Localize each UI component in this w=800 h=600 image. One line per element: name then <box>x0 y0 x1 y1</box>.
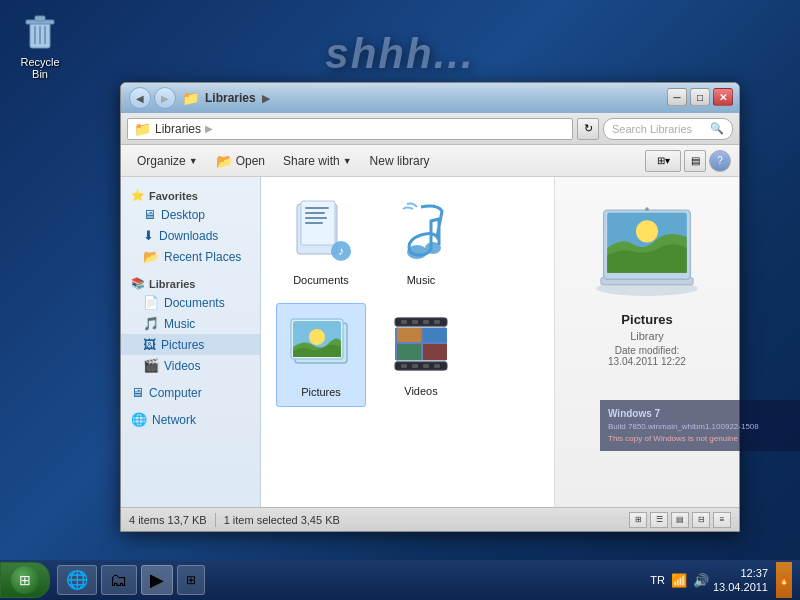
taskbar-vm[interactable]: ⊞ <box>177 565 205 595</box>
taskbar: ⊞ 🌐 🗂 ▶ ⊞ TR 📶 🔊 12:37 13.04.2011 🔥 <box>0 560 800 600</box>
volume-icon: 🔊 <box>693 573 709 588</box>
taskbar-ie[interactable]: 🌐 <box>57 565 97 595</box>
desktop-watermark: shhh... <box>325 30 474 78</box>
view-controls: ⊞▾ ▤ ? <box>645 150 731 172</box>
back-button[interactable]: ◀ <box>129 87 151 109</box>
search-icon: 🔍 <box>710 122 724 135</box>
svg-rect-31 <box>434 364 440 368</box>
preview-icon <box>587 197 707 297</box>
favorites-star-icon: ⭐ <box>131 189 145 202</box>
taskbar-right: TR 📶 🔊 12:37 13.04.2011 🔥 <box>650 562 800 598</box>
status-view-buttons: ⊞ ☰ ▤ ⊟ ≡ <box>629 512 731 528</box>
svg-rect-35 <box>397 344 421 360</box>
show-desktop-button[interactable]: 🔥 <box>776 562 792 598</box>
time-display: 12:37 <box>740 566 768 580</box>
refresh-button[interactable]: ↻ <box>577 118 599 140</box>
organize-button[interactable]: Organize ▼ <box>129 149 206 173</box>
new-library-button[interactable]: New library <box>362 149 438 173</box>
status-view-2[interactable]: ☰ <box>650 512 668 528</box>
preview-type: Library <box>630 330 664 342</box>
close-button[interactable]: ✕ <box>713 88 733 106</box>
svg-rect-10 <box>305 217 327 219</box>
preview-name: Pictures <box>621 312 672 327</box>
forward-button[interactable]: ▶ <box>154 87 176 109</box>
sidebar: ⭐ Favorites 🖥 Desktop ⬇ Downloads 📂 Rece… <box>121 177 261 507</box>
taskbar-media[interactable]: ▶ <box>141 565 173 595</box>
sidebar-item-pictures[interactable]: 🖼 Pictures <box>121 334 260 355</box>
genuine-warning: This copy of Windows is not genuine <box>608 433 792 445</box>
svg-point-42 <box>636 220 658 242</box>
folder-icon: 📁 <box>134 121 151 137</box>
status-view-3[interactable]: ▤ <box>671 512 689 528</box>
open-button[interactable]: 📂 Open <box>208 149 273 173</box>
svg-rect-34 <box>423 328 447 342</box>
clock[interactable]: 12:37 13.04.2011 <box>713 566 768 595</box>
svg-rect-2 <box>35 16 45 21</box>
libraries-icon: 📚 <box>131 277 145 290</box>
sidebar-item-computer[interactable]: 🖥 Computer <box>121 382 260 403</box>
date-display: 13.04.2011 <box>713 580 768 594</box>
favorites-header[interactable]: ⭐ Favorites <box>121 185 260 204</box>
pictures-small-icon: 🖼 <box>143 337 156 352</box>
status-view-1[interactable]: ⊞ <box>629 512 647 528</box>
taskbar-explorer[interactable]: 🗂 <box>101 565 137 595</box>
svg-rect-30 <box>423 364 429 368</box>
main-content: ⭐ Favorites 🖥 Desktop ⬇ Downloads 📂 Rece… <box>121 177 739 507</box>
libraries-section: 📚 Libraries 📄 Documents 🎵 Music 🖼 Pictur… <box>121 273 260 376</box>
pictures-icon <box>286 310 356 380</box>
videos-small-icon: 🎬 <box>143 358 159 373</box>
maximize-button[interactable]: □ <box>690 88 710 106</box>
svg-rect-36 <box>423 344 447 360</box>
libraries-header[interactable]: 📚 Libraries <box>121 273 260 292</box>
network-tray-icon: 📶 <box>671 573 687 588</box>
status-view-4[interactable]: ⊟ <box>692 512 710 528</box>
svg-rect-28 <box>401 364 407 368</box>
svg-point-20 <box>309 329 325 345</box>
file-item-videos[interactable]: Videos <box>376 303 466 406</box>
status-selected: 1 item selected 3,45 KB <box>224 514 340 526</box>
svg-point-43 <box>645 207 649 211</box>
address-text: Libraries <box>155 122 201 136</box>
preview-pane: Pictures Library Date modified: 13.04.20… <box>554 177 739 507</box>
share-with-button[interactable]: Share with ▼ <box>275 149 360 173</box>
sidebar-item-music[interactable]: 🎵 Music <box>121 313 260 334</box>
recycle-bin-icon[interactable]: Recycle Bin <box>8 8 72 84</box>
change-view-button[interactable]: ⊞▾ <box>645 150 681 172</box>
window-controls: ─ □ ✕ <box>667 88 733 106</box>
file-item-documents[interactable]: ♪ Documents <box>276 192 366 293</box>
sidebar-item-network[interactable]: 🌐 Network <box>121 409 260 430</box>
sidebar-item-desktop[interactable]: 🖥 Desktop <box>121 204 260 225</box>
svg-rect-33 <box>397 328 421 342</box>
systray: TR 📶 🔊 <box>650 573 709 588</box>
svg-rect-24 <box>401 320 407 324</box>
sidebar-item-documents[interactable]: 📄 Documents <box>121 292 260 313</box>
status-items: 4 items 13,7 KB <box>129 514 207 526</box>
status-bar: 4 items 13,7 KB 1 item selected 3,45 KB … <box>121 507 739 531</box>
build-number: Build 7850.winmain_whibm1.100922-1508 <box>608 421 792 433</box>
network-section: 🌐 Network <box>121 409 260 430</box>
preview-pane-button[interactable]: ▤ <box>684 150 706 172</box>
file-item-pictures[interactable]: Pictures <box>276 303 366 406</box>
music-icon <box>386 198 456 268</box>
svg-rect-11 <box>305 222 323 224</box>
sidebar-item-videos[interactable]: 🎬 Videos <box>121 355 260 376</box>
address-arrow: ▶ <box>205 123 213 134</box>
sidebar-item-recent[interactable]: 📂 Recent Places <box>121 246 260 267</box>
svg-rect-27 <box>434 320 440 324</box>
sidebar-item-downloads[interactable]: ⬇ Downloads <box>121 225 260 246</box>
recent-icon: 📂 <box>143 249 159 264</box>
preview-date: Date modified: 13.04.2011 12:22 <box>608 345 686 367</box>
documents-small-icon: 📄 <box>143 295 159 310</box>
window-title: Libraries <box>205 91 256 105</box>
svg-rect-29 <box>412 364 418 368</box>
status-view-5[interactable]: ≡ <box>713 512 731 528</box>
help-button[interactable]: ? <box>709 150 731 172</box>
file-item-music[interactable]: Music <box>376 192 466 293</box>
svg-text:♪: ♪ <box>338 244 344 258</box>
music-label: Music <box>407 273 436 287</box>
start-button[interactable]: ⊞ <box>0 562 50 598</box>
minimize-button[interactable]: ─ <box>667 88 687 106</box>
search-box[interactable]: Search Libraries 🔍 <box>603 118 733 140</box>
address-field[interactable]: 📁 Libraries ▶ <box>127 118 573 140</box>
svg-rect-26 <box>423 320 429 324</box>
